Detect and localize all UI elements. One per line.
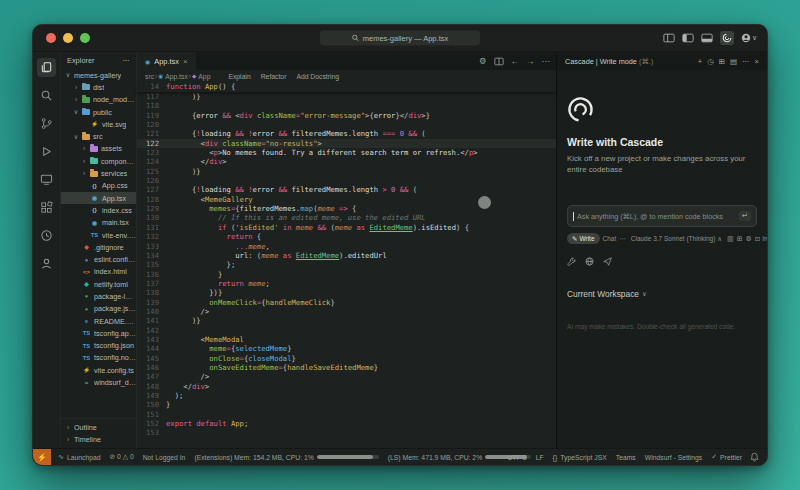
traffic-lights bbox=[33, 33, 90, 43]
apps-icon[interactable]: ⊞ bbox=[719, 57, 725, 66]
minimize-window-button[interactable] bbox=[63, 33, 73, 43]
tree-item-tsconfig-node-json[interactable]: TStsconfig.node.json bbox=[61, 352, 136, 364]
tab-app-tsx[interactable]: ◉ App.tsx × bbox=[137, 52, 196, 70]
tree-item-vite-svg[interactable]: ⚡vite.svg bbox=[61, 118, 136, 130]
close-cascade-icon[interactable]: × bbox=[755, 57, 759, 66]
accounts-icon[interactable] bbox=[37, 254, 56, 273]
close-tab-icon[interactable]: × bbox=[183, 57, 188, 66]
status-item-utf-8[interactable]: UTF-8 bbox=[507, 454, 526, 461]
code-line-146: 146 onSaveEditedMeme={handleSaveEditedMe… bbox=[137, 363, 556, 372]
status-item-launchpad[interactable]: ∿Launchpad bbox=[58, 453, 101, 461]
status-item-0-0[interactable]: ⊘ 0 △ 0 bbox=[110, 453, 134, 461]
current-workspace-toggle[interactable]: Current Workspace ∨ bbox=[567, 289, 757, 299]
status-item-extensions-mem-154-2-mb-cpu-1[interactable]: (Extensions) Mem: 154.2 MB, CPU: 1% bbox=[194, 454, 378, 461]
tree-item-package-json[interactable]: ●package.json bbox=[61, 303, 136, 315]
history-view-icon[interactable] bbox=[37, 226, 56, 245]
tree-item-public[interactable]: ∨public bbox=[61, 106, 136, 118]
conversation-history-icon[interactable]: ◷ bbox=[707, 57, 714, 66]
zoom-window-button[interactable] bbox=[80, 33, 90, 43]
cascade-settings-icon[interactable]: ⚙ bbox=[746, 235, 752, 243]
status-item-windsurf-settings[interactable]: Windsurf - Settings bbox=[645, 454, 702, 461]
split-editor-icon[interactable] bbox=[494, 57, 504, 66]
close-window-button[interactable] bbox=[46, 33, 56, 43]
chat-mode-button[interactable]: Chat bbox=[603, 235, 617, 242]
run-debug-icon[interactable] bbox=[37, 142, 56, 161]
extensions-icon[interactable] bbox=[37, 198, 56, 217]
status-glyph: ∿ bbox=[58, 453, 64, 461]
tree-item-tsconfig-json[interactable]: TStsconfig.json bbox=[61, 340, 136, 352]
remote-indicator[interactable]: ⚡ bbox=[33, 449, 51, 465]
customize-layout-icon[interactable] bbox=[663, 33, 675, 43]
cascade-more-icon[interactable]: ⋯ bbox=[742, 57, 750, 66]
tree-item-app-tsx[interactable]: ◉App.tsx bbox=[61, 192, 136, 204]
tree-item-gitignore[interactable]: ◆.gitignore bbox=[61, 241, 136, 253]
command-center-search[interactable]: memes-gallery — App.tsx bbox=[320, 31, 480, 46]
terminal-icon[interactable]: ▥ bbox=[727, 235, 734, 243]
new-conversation-icon[interactable]: + bbox=[698, 57, 702, 66]
nav-forward-icon[interactable]: → bbox=[526, 56, 535, 66]
tree-item-app-css[interactable]: {}App.css bbox=[61, 180, 136, 192]
code-editor[interactable]: 117 )}118119 {error && <div className="e… bbox=[137, 92, 556, 448]
web-globe-icon[interactable] bbox=[585, 257, 594, 266]
search-view-icon[interactable] bbox=[37, 86, 56, 105]
enter-key-icon[interactable]: ↵ bbox=[739, 211, 751, 221]
mcp-tools-icon[interactable]: ⊞ bbox=[737, 235, 743, 243]
status-item-lf[interactable]: LF bbox=[536, 454, 544, 461]
more-actions-icon[interactable]: ⋯ bbox=[542, 56, 551, 66]
status-item-not-logged-in[interactable]: Not Logged In bbox=[143, 454, 186, 461]
status-item-typescript-jsx[interactable]: {}TypeScript JSX bbox=[553, 454, 607, 461]
status-item-prettier[interactable]: ✓Prettier bbox=[711, 453, 742, 461]
code-line-120: 120 bbox=[137, 120, 556, 129]
toggle-sidebar-icon[interactable] bbox=[682, 33, 694, 43]
panel-layout-icon[interactable]: ▤ bbox=[730, 57, 737, 66]
breadcrumb-separator: › bbox=[155, 73, 157, 80]
breadcrumb-item-src[interactable]: src bbox=[145, 73, 154, 80]
deploy-send-icon[interactable] bbox=[603, 257, 612, 266]
remote-explorer-icon[interactable] bbox=[37, 170, 56, 189]
sidebar-section-outline[interactable]: ›Outline bbox=[61, 421, 136, 433]
tree-item-node-modules[interactable]: ›node_modules bbox=[61, 94, 136, 106]
explorer-icon[interactable] bbox=[37, 58, 56, 77]
tools-wrench-icon[interactable] bbox=[567, 257, 576, 266]
lens-action-add-docstring[interactable]: Add Docstring bbox=[296, 73, 339, 80]
nav-back-icon[interactable]: ← bbox=[511, 56, 520, 66]
tree-item-vite-config-ts[interactable]: ⚡vite.config.ts bbox=[61, 364, 136, 376]
code-text: </div> bbox=[166, 157, 227, 166]
status-label: Teams bbox=[616, 454, 636, 461]
cascade-input[interactable]: Ask anything (⌘L), @ to mention code blo… bbox=[567, 205, 757, 227]
tree-item-src[interactable]: ∨src bbox=[61, 130, 136, 142]
status-item-teams[interactable]: Teams bbox=[616, 454, 636, 461]
notifications-bell-icon[interactable] bbox=[750, 452, 759, 462]
tree-item-eslint-config-js[interactable]: ●eslint.config.js bbox=[61, 253, 136, 265]
write-mode-button[interactable]: ✎ Write bbox=[567, 233, 600, 244]
tree-item-readme-md[interactable]: ≡README.md bbox=[61, 315, 136, 327]
tree-item-services[interactable]: ›services bbox=[61, 167, 136, 179]
tree-item-tsconfig-app-json[interactable]: TStsconfig.app.json bbox=[61, 327, 136, 339]
sidebar-section-timeline[interactable]: ›Timeline bbox=[61, 434, 136, 446]
lens-action-explain[interactable]: Explain bbox=[228, 73, 250, 80]
tree-item-assets[interactable]: ›assets bbox=[61, 143, 136, 155]
breadcrumb-item-app-tsx[interactable]: ◉App.tsx bbox=[158, 73, 187, 80]
tree-item-components[interactable]: ›components bbox=[61, 155, 136, 167]
lens-action-refactor[interactable]: Refactor bbox=[261, 73, 287, 80]
explorer-more-icon[interactable]: ⋯ bbox=[123, 56, 130, 65]
tree-item-dist[interactable]: ›dist bbox=[61, 81, 136, 93]
mode-more-icon[interactable]: ⋯ bbox=[619, 235, 626, 243]
tree-item-vite-env-d-ts[interactable]: TSvite-env.d.ts bbox=[61, 229, 136, 241]
tree-item-windsurf-deploy[interactable]: ≈windsurf_deploy... bbox=[61, 376, 136, 388]
breadcrumb-item-app[interactable]: ◆App bbox=[192, 73, 210, 80]
tree-item-memes-gallery[interactable]: ∨memes-gallery bbox=[61, 69, 136, 81]
tree-item-package-lock-json[interactable]: ●package-lock.json bbox=[61, 290, 136, 302]
attach-image-button[interactable]: ⊡ Image bbox=[755, 235, 768, 243]
account-menu-button[interactable]: ∨ bbox=[741, 33, 757, 43]
tree-item-index-html[interactable]: <>index.html bbox=[61, 266, 136, 278]
tree-item-index-css[interactable]: {}index.css bbox=[61, 204, 136, 216]
tree-item-netlify-toml[interactable]: ◆netlify.toml bbox=[61, 278, 136, 290]
cascade-toggle-button[interactable] bbox=[720, 31, 734, 45]
source-control-icon[interactable] bbox=[37, 114, 56, 133]
breadcrumb-label: App.tsx bbox=[165, 73, 188, 80]
settings-gear-icon[interactable]: ⚙ bbox=[479, 56, 487, 66]
tree-item-main-tsx[interactable]: ◉main.tsx bbox=[61, 217, 136, 229]
model-selector[interactable]: Claude 3.7 Sonnet (Thinking) ∧ bbox=[631, 235, 722, 243]
toggle-panel-icon[interactable] bbox=[701, 33, 713, 43]
